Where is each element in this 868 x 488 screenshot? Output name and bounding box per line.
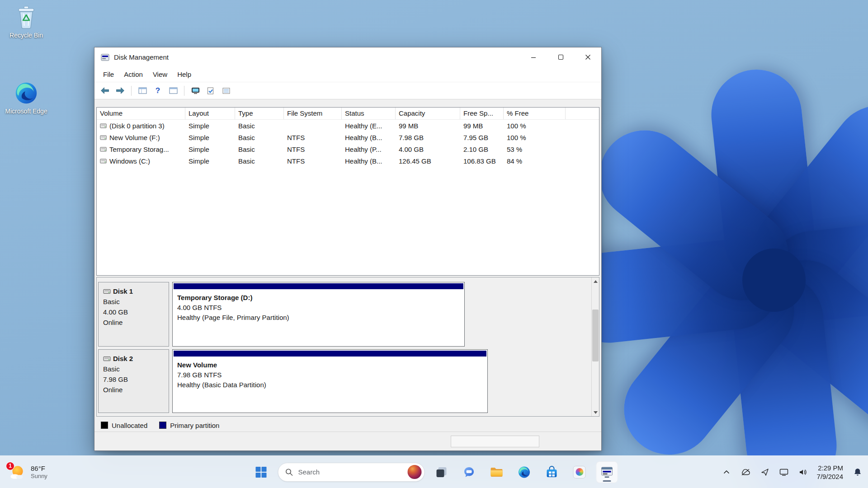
photos-button[interactable]	[569, 461, 590, 483]
task-view-button[interactable]	[431, 461, 453, 483]
volume-name: New Volume (F:)	[109, 134, 160, 141]
menu-action[interactable]: Action	[119, 68, 148, 80]
primary-partition-strip	[174, 351, 486, 357]
menu-view[interactable]: View	[148, 68, 172, 80]
file-explorer-button[interactable]	[486, 461, 508, 483]
file-system-cell: NTFS	[284, 134, 342, 141]
weather-temperature: 86°F	[31, 465, 47, 473]
menu-help[interactable]: Help	[172, 68, 196, 80]
scroll-down-button[interactable]	[592, 408, 599, 416]
notification-badge: 1	[6, 462, 14, 470]
column-header-volume[interactable]: Volume	[97, 108, 185, 119]
help-button[interactable]: ?	[151, 84, 165, 97]
file-system-cell: NTFS	[284, 157, 342, 165]
running-app-indicator	[603, 480, 611, 482]
check-disk-button[interactable]	[204, 84, 217, 97]
volume-button[interactable]	[797, 466, 809, 478]
partition-temporary-storage[interactable]: Temporary Storage (D:) 4.00 GB NTFS Heal…	[172, 282, 465, 347]
primary-partition-swatch	[159, 422, 166, 429]
status-cell: Healthy (E...	[342, 122, 396, 130]
close-button[interactable]	[574, 47, 601, 67]
volume-list: Volume Layout Type File System Status Ca…	[96, 107, 599, 276]
status-cell: Healthy (P...	[342, 145, 396, 153]
disk-2-label[interactable]: Disk 2 Basic 7.98 GB Online	[98, 349, 169, 413]
volume-row[interactable]: Temporary Storag... Simple Basic NTFS He…	[97, 143, 599, 155]
computer-button[interactable]	[189, 84, 202, 97]
microsoft-store-button[interactable]	[541, 461, 563, 483]
back-button[interactable]	[98, 84, 112, 97]
network-button[interactable]	[777, 466, 791, 478]
microsoft-store-icon	[546, 466, 558, 479]
help-icon: ?	[156, 86, 160, 95]
menu-file[interactable]: File	[98, 68, 119, 80]
tray-overflow-button[interactable]	[721, 466, 732, 478]
clock[interactable]: 2:29 PM 7/9/2024	[815, 462, 845, 483]
onedrive-status-button[interactable]	[738, 466, 753, 478]
taskbar: 1 86°F Sunny Search	[0, 455, 868, 488]
volume-name: (Disk 0 partition 3)	[109, 122, 165, 130]
search-icon	[285, 468, 293, 476]
free-space-cell: 7.95 GB	[460, 134, 504, 141]
cloud-slash-icon	[741, 469, 750, 476]
close-icon	[585, 54, 591, 60]
toolbar-separator	[131, 86, 132, 96]
forward-arrow-icon	[116, 87, 125, 94]
disk-name: Disk 1	[113, 286, 133, 296]
volume-row[interactable]: Windows (C:) Simple Basic NTFS Healthy (…	[97, 155, 599, 167]
layout-cell: Simple	[185, 134, 235, 141]
volume-row[interactable]: New Volume (F:) Simple Basic NTFS Health…	[97, 131, 599, 143]
volume-icon	[100, 158, 107, 164]
column-header-type[interactable]: Type	[235, 108, 284, 119]
column-header-capacity[interactable]: Capacity	[396, 108, 460, 119]
disk-1-label[interactable]: Disk 1 Basic 4.00 GB Online	[98, 282, 169, 347]
free-space-cell: 106.83 GB	[460, 157, 504, 165]
system-tray: 2:29 PM 7/9/2024	[721, 456, 864, 488]
volume-row[interactable]: (Disk 0 partition 3) Simple Basic Health…	[97, 120, 599, 131]
scroll-up-button[interactable]	[592, 277, 599, 285]
primary-partition-strip	[174, 283, 463, 289]
details-view-button[interactable]	[219, 84, 233, 97]
minimize-button[interactable]	[520, 47, 547, 67]
chat-button[interactable]	[458, 461, 480, 483]
details-list-icon	[222, 88, 230, 94]
partition-title: Temporary Storage (D:)	[177, 293, 463, 303]
desktop-icon-microsoft-edge[interactable]: Microsoft Edge	[3, 80, 50, 115]
vertical-scrollbar[interactable]	[591, 277, 599, 416]
show-hide-pane-button[interactable]	[166, 84, 180, 97]
edge-button[interactable]	[514, 461, 535, 483]
weather-widget[interactable]: 1 86°F Sunny	[3, 459, 53, 485]
forward-button[interactable]	[113, 84, 127, 97]
column-header-pct-free[interactable]: % Free	[504, 108, 566, 119]
layout-cell: Simple	[185, 157, 235, 165]
bloom-center	[742, 249, 806, 312]
maximize-button[interactable]	[547, 47, 574, 67]
title-bar[interactable]: Disk Management	[94, 47, 601, 67]
column-header-status[interactable]: Status	[342, 108, 396, 119]
column-header-file-system[interactable]: File System	[284, 108, 342, 119]
free-space-cell: 2.10 GB	[460, 145, 504, 153]
clock-time: 2:29 PM	[817, 464, 843, 472]
desktop-icon-label: Microsoft Edge	[3, 108, 50, 115]
disk-management-taskbar-button[interactable]	[596, 461, 618, 483]
partition-new-volume[interactable]: New Volume 7.98 GB NTFS Healthy (Basic D…	[172, 349, 488, 413]
volume-name: Windows (C:)	[109, 157, 150, 165]
network-monitor-icon	[779, 469, 788, 476]
location-status-button[interactable]	[759, 466, 771, 479]
type-cell: Basic	[235, 157, 284, 165]
start-button[interactable]	[250, 461, 272, 483]
layout-cell: Simple	[185, 145, 235, 153]
show-console-tree-button[interactable]	[136, 84, 149, 97]
weather-sun-icon: 1	[8, 463, 26, 481]
column-header-free-space[interactable]: Free Sp...	[460, 108, 504, 119]
search-box[interactable]: Search	[278, 463, 425, 482]
taskbar-center: Search	[250, 456, 618, 488]
desktop-icon-recycle-bin[interactable]: Recycle Bin	[3, 5, 50, 39]
type-cell: Basic	[235, 145, 284, 153]
column-header-layout[interactable]: Layout	[185, 108, 235, 119]
search-highlight-icon[interactable]	[408, 465, 422, 479]
maximize-icon	[558, 54, 564, 60]
recycle-bin-icon	[14, 5, 38, 30]
pct-free-cell: 100 %	[504, 122, 566, 130]
notification-center-button[interactable]	[851, 465, 864, 479]
scrollbar-thumb[interactable]	[592, 310, 599, 361]
